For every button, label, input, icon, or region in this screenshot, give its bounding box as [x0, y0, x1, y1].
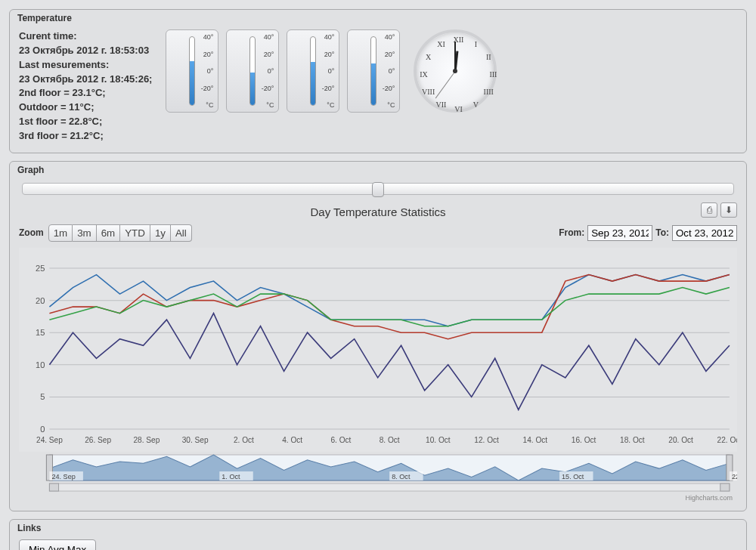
last-measurement-value: 23 Октябрь 2012 г. 18:45:26;: [19, 73, 152, 85]
svg-text:12. Oct: 12. Oct: [474, 436, 499, 444]
reading-2nd-floor: 2nd floor = 23.1°C;: [19, 87, 106, 98]
range-to-input[interactable]: [672, 225, 737, 241]
svg-text:25: 25: [36, 264, 45, 273]
svg-text:24. Sep: 24. Sep: [36, 436, 63, 444]
zoom-1m[interactable]: 1m: [48, 224, 73, 242]
print-icon[interactable]: ⎙: [701, 202, 717, 218]
svg-text:22. Oct: 22. Oct: [717, 436, 737, 444]
thermometer-3: 40° 20° 0° -20° °C: [287, 29, 339, 113]
chart-title: Day Temperature Statistics: [19, 205, 737, 218]
range-from-label: From:: [559, 227, 584, 238]
main-chart[interactable]: 051015202524. Sep26. Sep28. Sep30. Sep2.…: [19, 248, 737, 452]
zoom-ytd[interactable]: YTD: [120, 224, 150, 242]
clock-numeral: V: [473, 100, 479, 108]
reading-1st-floor: 1st floor = 22.8°C;: [19, 116, 102, 127]
svg-rect-40: [49, 484, 729, 491]
current-time-label: Curent time:: [19, 30, 77, 42]
clock-numeral: II: [486, 53, 491, 61]
zoom-all[interactable]: All: [171, 224, 192, 242]
svg-text:15. Oct: 15. Oct: [562, 473, 584, 480]
range-from-input[interactable]: [587, 225, 652, 241]
reading-3rd-floor: 3rd floor = 21.2°C;: [19, 130, 104, 141]
svg-text:14. Oct: 14. Oct: [523, 436, 548, 444]
svg-text:20: 20: [36, 295, 45, 304]
svg-text:10: 10: [36, 360, 45, 369]
svg-text:1. Oct: 1. Oct: [222, 473, 240, 480]
svg-text:30. Sep: 30. Sep: [182, 436, 209, 444]
svg-text:16. Oct: 16. Oct: [572, 436, 596, 444]
zoom-6m[interactable]: 6m: [97, 224, 121, 242]
svg-text:4. Oct: 4. Oct: [282, 436, 302, 444]
clock-numeral: IIII: [484, 88, 494, 96]
svg-text:2. Oct: 2. Oct: [234, 436, 254, 444]
svg-text:6. Oct: 6. Oct: [330, 436, 351, 444]
zoom-slider-thumb[interactable]: [372, 182, 384, 197]
thermometer-4: 40° 20° 0° -20° °C: [347, 29, 400, 113]
svg-text:8. Oct: 8. Oct: [380, 436, 400, 444]
temperature-panel: Temperature Curent time: 23 Октябрь 2012…: [9, 9, 747, 153]
clock-numeral: XII: [454, 36, 464, 44]
graph-panel: Graph ⎙ ⬇ Day Temperature Statistics Zoo…: [9, 161, 747, 511]
chart-credit: Highcharts.com: [19, 493, 737, 502]
clock-numeral: VI: [454, 105, 463, 113]
range-to-label: To:: [655, 227, 669, 238]
svg-text:5: 5: [40, 392, 45, 401]
clock-numeral: I: [475, 40, 477, 48]
links-panel-title: Links: [10, 520, 746, 533]
svg-text:24. Sep: 24. Sep: [51, 473, 75, 480]
clock-numeral: XI: [437, 40, 445, 48]
min-avg-max-button[interactable]: Min Avg Max: [19, 539, 96, 550]
zoom-slider[interactable]: [22, 183, 734, 195]
svg-text:18. Oct: 18. Oct: [620, 436, 645, 444]
zoom-label: Zoom: [19, 227, 44, 238]
thermometer-2: 40° 20° 0° -20° °C: [226, 29, 279, 113]
thermometer-group: 40° 20° 0° -20° °C 40° 20° 0° -20° °C: [166, 29, 400, 113]
temperature-readout: Curent time: 23 Октябрь 2012 г. 18:53:03…: [19, 29, 152, 144]
zoom-1y[interactable]: 1y: [150, 224, 171, 242]
svg-text:8. Oct: 8. Oct: [392, 473, 411, 480]
links-panel: Links Min Avg Max: [9, 519, 747, 550]
last-measurement-label: Last mesurements:: [19, 59, 109, 70]
reading-outdoor: Outdoor = 11°C;: [19, 101, 94, 113]
svg-text:22. Oct: 22. Oct: [732, 473, 737, 480]
current-time-value: 23 Октябрь 2012 г. 18:53:03: [19, 45, 149, 56]
svg-text:20. Oct: 20. Oct: [668, 436, 693, 444]
download-icon[interactable]: ⬇: [720, 202, 737, 218]
svg-text:10. Oct: 10. Oct: [426, 436, 451, 444]
clock-numeral: VIII: [422, 88, 435, 96]
svg-rect-42: [720, 484, 730, 491]
temperature-panel-title: Temperature: [10, 10, 746, 23]
svg-text:0: 0: [40, 425, 45, 434]
analog-clock: XIIIIIIIIIIIIVVIVIIVIIIIXXXI: [414, 29, 497, 113]
zoom-button-group: 1m 3m 6m YTD 1y All: [48, 224, 192, 242]
clock-numeral: III: [489, 70, 497, 79]
svg-text:15: 15: [36, 328, 45, 337]
zoom-3m[interactable]: 3m: [73, 224, 97, 242]
clock-second-hand: [435, 71, 456, 98]
clock-numeral: X: [426, 53, 431, 61]
navigator-chart[interactable]: 24. Sep1. Oct8. Oct15. Oct22. Oct: [19, 453, 737, 493]
svg-rect-41: [49, 484, 58, 491]
clock-numeral: VII: [436, 100, 447, 108]
graph-panel-title: Graph: [10, 162, 746, 175]
thermometer-1: 40° 20° 0° -20° °C: [166, 29, 218, 113]
clock-numeral: IX: [420, 70, 428, 79]
svg-text:26. Sep: 26. Sep: [85, 436, 111, 444]
svg-text:28. Sep: 28. Sep: [134, 436, 160, 444]
